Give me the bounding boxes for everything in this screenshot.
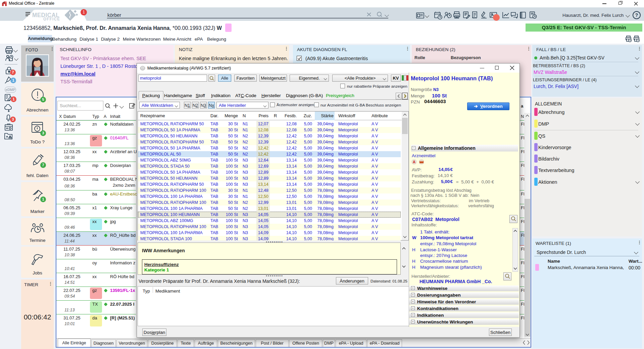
svg-text:?: ? bbox=[635, 12, 638, 18]
svg-text:A: A bbox=[413, 160, 415, 164]
